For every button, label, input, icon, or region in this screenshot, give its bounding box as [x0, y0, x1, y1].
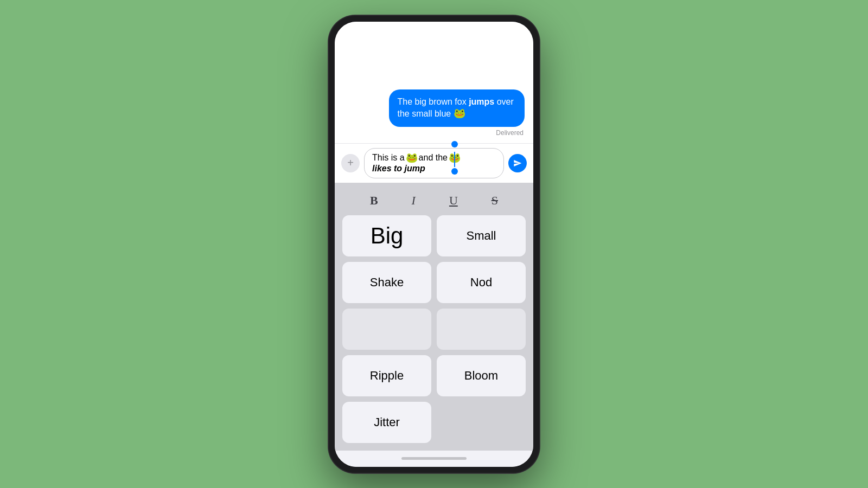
- effect-empty-2: [437, 309, 526, 350]
- italic-format-button[interactable]: I: [403, 191, 424, 210]
- add-icon: +: [347, 157, 354, 169]
- cursor-wrapper: 🐸: [449, 153, 461, 163]
- effect-ripple[interactable]: Ripple: [342, 355, 431, 396]
- input-text-part2: and the: [419, 153, 448, 163]
- delivered-label: Delivered: [496, 129, 524, 137]
- message-bubble: The big brown fox jumps over the small b…: [389, 89, 525, 127]
- messages-area: The big brown fox jumps over the small b…: [335, 22, 533, 143]
- cursor-line: [454, 152, 455, 167]
- effect-big[interactable]: Big: [342, 215, 431, 256]
- input-text-part1: This is a: [372, 153, 405, 163]
- input-text: This is a 🐸 and the 🐸 likes to jump: [372, 153, 496, 174]
- home-bar: [401, 457, 467, 460]
- bubble-bold-word: jumps: [469, 97, 494, 106]
- bubble-emoji: 🐸: [454, 108, 465, 119]
- home-indicator: [335, 451, 533, 467]
- send-button[interactable]: [508, 154, 527, 172]
- effect-bloom[interactable]: Bloom: [437, 355, 526, 396]
- effect-shake[interactable]: Shake: [342, 262, 431, 303]
- effect-nod[interactable]: Nod: [437, 262, 526, 303]
- message-bubble-wrapper: The big brown fox jumps over the small b…: [343, 89, 525, 137]
- input-bar: + This is a 🐸 and the 🐸 likes to jump: [335, 143, 533, 183]
- effect-jitter[interactable]: Jitter: [342, 402, 431, 443]
- strikethrough-format-button[interactable]: S: [483, 191, 507, 210]
- text-input-container[interactable]: This is a 🐸 and the 🐸 likes to jump: [364, 148, 504, 178]
- send-icon: [513, 159, 522, 168]
- bold-format-button[interactable]: B: [361, 191, 387, 210]
- phone-frame: The big brown fox jumps over the small b…: [328, 15, 540, 473]
- effect-empty-1: [342, 309, 431, 350]
- input-emoji-1: 🐸: [406, 153, 418, 163]
- bubble-text-before-bold: The big brown fox: [398, 97, 469, 106]
- cursor-handle-bottom: [451, 168, 458, 175]
- format-toolbar: B I U S: [342, 188, 526, 215]
- underline-format-button[interactable]: U: [441, 191, 467, 210]
- input-italic-text: likes to jump: [372, 164, 425, 174]
- effect-small[interactable]: Small: [437, 215, 526, 256]
- add-button[interactable]: +: [341, 154, 360, 172]
- effects-grid: Big Small Shake Nod Ripple Bloom Jitter: [342, 215, 526, 443]
- effects-keyboard: B I U S Big Small Shake Nod Ripple Bloom…: [335, 183, 533, 451]
- phone-screen: The big brown fox jumps over the small b…: [335, 22, 533, 467]
- cursor-handle-top: [451, 141, 458, 147]
